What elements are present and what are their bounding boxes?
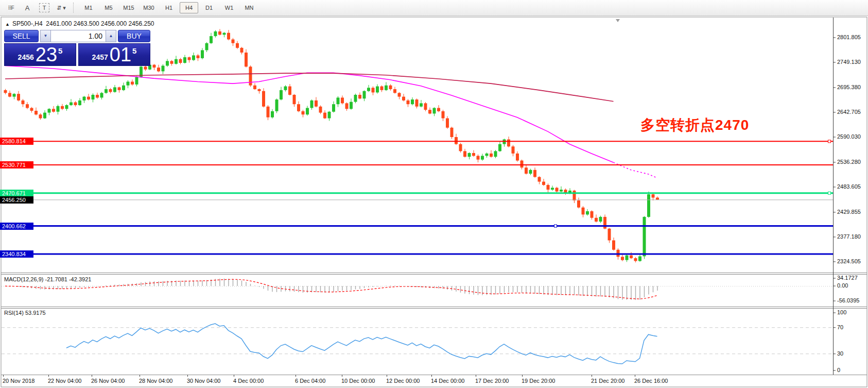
- trade-prices-row: 2456 23 5 2457 01 5: [4, 43, 150, 66]
- timeframe-button-h1[interactable]: H1: [160, 2, 178, 13]
- candle-body: [131, 81, 134, 84]
- timeframe-button-w1[interactable]: W1: [220, 2, 238, 13]
- candle-body: [70, 103, 73, 105]
- candle-body: [275, 99, 279, 111]
- candle-body: [4, 90, 7, 93]
- candle-body: [507, 140, 510, 147]
- timeframe-button-m1[interactable]: M1: [79, 2, 98, 13]
- candle-body: [411, 99, 414, 104]
- candle-body: [271, 111, 274, 117]
- candle-body: [490, 154, 493, 157]
- timeframe-button-mn[interactable]: MN: [240, 2, 258, 13]
- candle-body: [170, 61, 173, 63]
- candle-body: [157, 68, 160, 71]
- sell-price-points: 23: [36, 45, 57, 64]
- candle-body: [109, 89, 112, 92]
- candle-body: [214, 31, 217, 36]
- candle-body: [551, 188, 554, 190]
- candle-body: [315, 100, 318, 107]
- candle-body: [494, 151, 497, 157]
- candle-body: [363, 91, 366, 99]
- candle-body: [542, 182, 545, 185]
- timeframe-button-h4[interactable]: H4: [180, 2, 198, 13]
- toolbar-separator: [73, 3, 74, 13]
- volume-increase-button[interactable]: ▲: [106, 30, 116, 42]
- timeframe-button-m30[interactable]: M30: [140, 2, 158, 13]
- collapse-panel-icon[interactable]: ▲: [5, 22, 10, 27]
- candle-body: [144, 66, 147, 69]
- hline-handle[interactable]: [828, 140, 831, 143]
- candle-body: [455, 137, 458, 144]
- pivot-annotation-text[interactable]: 多空转折点2470: [640, 115, 749, 135]
- candle-body: [192, 55, 195, 60]
- candle-body: [376, 87, 379, 93]
- sell-price-box[interactable]: 2456 23 5: [4, 43, 76, 66]
- candle-body: [245, 53, 248, 66]
- candle-body: [380, 87, 384, 90]
- candle-body: [591, 211, 594, 218]
- candle-body: [57, 106, 60, 112]
- text-box-icon[interactable]: T: [39, 3, 49, 12]
- candle-body: [135, 77, 138, 85]
- timeframe-buttons: M1M5M15M30H1H4D1W1MN: [79, 2, 260, 13]
- candle-body: [227, 33, 230, 40]
- candle-body: [577, 200, 580, 208]
- candle-body: [284, 87, 287, 90]
- macd-indicator-label: MACD(12,26,9) -21.7081 -42.3921: [4, 276, 91, 282]
- candle-body: [555, 188, 559, 191]
- candle-body: [385, 86, 388, 90]
- candle-body: [512, 146, 515, 154]
- hline-handle[interactable]: [828, 192, 831, 194]
- candle-body: [43, 113, 46, 119]
- chart-window-frame: [1, 17, 867, 387]
- timeframe-button-d1[interactable]: D1: [200, 2, 218, 13]
- candle-body: [372, 88, 375, 92]
- candle-body: [96, 95, 99, 97]
- candle-body: [288, 87, 291, 95]
- sell-button[interactable]: SELL: [4, 30, 39, 42]
- candle-body: [525, 167, 528, 174]
- candle-body: [393, 89, 396, 93]
- timeframe-button-m15[interactable]: M15: [119, 2, 138, 13]
- candle-body: [337, 97, 340, 104]
- volume-decrease-button[interactable]: ▼: [40, 30, 51, 42]
- candle-body: [621, 257, 624, 260]
- candle-body: [302, 111, 305, 114]
- candle-body: [262, 91, 265, 107]
- candle-body: [442, 111, 445, 119]
- candle-body: [267, 107, 270, 117]
- candle-body: [188, 57, 191, 60]
- candle-body: [183, 57, 186, 63]
- candle-body: [118, 87, 121, 90]
- candle-body: [477, 156, 480, 159]
- candle-body: [26, 104, 29, 108]
- candle-body: [595, 218, 598, 222]
- volume-stepper: ▼ ▲: [40, 30, 116, 42]
- candle-body: [122, 86, 125, 90]
- candle-body: [450, 128, 454, 137]
- candle-body: [61, 106, 64, 109]
- candle-body: [520, 161, 524, 168]
- font-grid-icon[interactable]: ⠿F: [4, 2, 18, 13]
- candle-body: [603, 217, 606, 229]
- candle-body: [258, 89, 261, 91]
- candle-body: [78, 100, 81, 105]
- buy-button[interactable]: BUY: [118, 30, 150, 42]
- candle-body: [17, 94, 20, 100]
- candle-body: [166, 61, 169, 65]
- candle-body: [407, 100, 410, 104]
- candle-body: [459, 144, 462, 151]
- sell-price-handle: 2456: [18, 53, 34, 61]
- objects-dropdown-icon[interactable]: ⇵ ▾: [55, 2, 68, 13]
- sell-price-fraction: 5: [58, 46, 62, 55]
- volume-input[interactable]: [51, 30, 106, 42]
- candle-body: [297, 104, 300, 111]
- timeframe-button-m5[interactable]: M5: [99, 2, 118, 13]
- candle-body: [516, 154, 519, 161]
- candle-body: [420, 103, 423, 106]
- candle-body: [223, 33, 226, 35]
- buy-price-points: 01: [110, 45, 131, 64]
- buy-price-box[interactable]: 2457 01 5: [78, 43, 150, 66]
- text-label-icon[interactable]: A: [21, 2, 34, 13]
- hline-handle[interactable]: [554, 225, 557, 227]
